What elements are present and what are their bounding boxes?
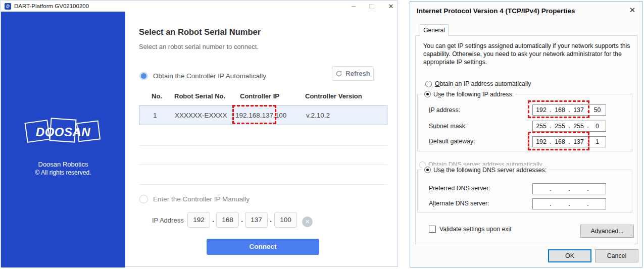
close-button[interactable]: ✕	[627, 5, 637, 15]
refresh-button[interactable]: Refresh	[332, 66, 374, 81]
preferred-dns-label: Preferred DNS server:	[429, 185, 490, 192]
ip-address-label: IP Address	[152, 217, 184, 224]
page-title: Select an Robot Serial Number	[139, 27, 261, 37]
cell-serial: XXXXXX-EXXXX	[175, 112, 227, 119]
minimize-button[interactable]: –	[349, 2, 359, 11]
radio-obtain-ip-automatically-label: Obtain an IP address automatically	[435, 80, 531, 87]
cancel-button[interactable]: Cancel	[595, 249, 638, 262]
ip-octet-2-input[interactable]	[216, 212, 239, 228]
radio-use-following-dns[interactable]	[424, 167, 431, 173]
window-title: DART-Platform GV02100200	[14, 3, 89, 9]
dart-platform-window: D DART-Platform GV02100200 – ✕ DOOSAN Do…	[1, 1, 398, 267]
ip-address-label: IP address:	[429, 106, 460, 114]
dialog-description: You can get IP settings assigned automat…	[423, 42, 631, 67]
sidebar: DOOSAN Doosan Robotics © All rights rese…	[1, 12, 125, 267]
radio-use-following-dns-label: Use the following DNS server addresses:	[433, 167, 547, 174]
tab-general[interactable]: General	[420, 24, 449, 36]
clear-ip-icon[interactable]: ✕	[302, 217, 313, 227]
subnet-mask-field[interactable]: 255.255.255.0	[532, 121, 606, 132]
radio-use-following-ip[interactable]	[424, 91, 431, 97]
cell-controller-version: v.2.10.2	[306, 112, 330, 119]
highlight-box-ip-address	[528, 100, 589, 118]
maximize-button[interactable]	[369, 4, 374, 9]
highlight-box-default-gateway	[528, 132, 589, 150]
validate-settings-checkbox[interactable]	[429, 226, 436, 233]
preferred-dns-field[interactable]: ...	[532, 183, 606, 194]
empty-row-divider	[139, 184, 387, 185]
col-header-serial: Robot Serial No.	[174, 92, 225, 100]
ip-octet-3-input[interactable]	[245, 212, 268, 228]
connect-button[interactable]: Connect	[207, 239, 319, 255]
dart-app-icon: D	[5, 3, 11, 10]
tcpip-properties-dialog: Internet Protocol Version 4 (TCP/IPv4) P…	[410, 1, 642, 267]
group-use-following-dns: Use the following DNS server addresses: …	[417, 170, 632, 212]
radio-enter-ip-manually[interactable]	[139, 195, 148, 203]
default-gateway-label: Default gateway:	[429, 138, 475, 145]
empty-row-divider	[139, 165, 387, 165]
doosan-logo: DOOSAN	[25, 117, 102, 148]
alternate-dns-field[interactable]: ...	[532, 198, 606, 209]
col-header-controller-version: Controller Version	[305, 92, 362, 100]
advanced-button[interactable]: Advanced...	[580, 225, 634, 238]
ip-dot: .	[241, 215, 243, 224]
radio-obtain-ip-auto-label: Obtain the Controller IP Automatically	[153, 72, 266, 80]
cell-no: 1	[153, 112, 157, 119]
page-subtitle: Select an robot serial number to connect…	[139, 43, 259, 50]
refresh-label: Refresh	[345, 70, 370, 77]
ip-octet-4-input[interactable]	[274, 212, 297, 228]
highlight-box-controller-ip	[232, 105, 276, 124]
alternate-dns-label: Alternate DNS server:	[429, 200, 489, 207]
validate-settings-label: Validate settings upon exit	[439, 226, 512, 233]
titlebar: D DART-Platform GV02100200 – ✕	[1, 1, 398, 12]
dialog-title: Internet Protocol Version 4 (TCP/IPv4) P…	[417, 7, 575, 15]
subnet-mask-label: Subnet mask:	[429, 123, 467, 130]
logo-wordmark: DOOSAN	[25, 125, 102, 139]
radio-obtain-ip-automatically[interactable]	[425, 81, 432, 87]
brand-name: Doosan Robotics	[1, 160, 125, 168]
copyright-text: © All rights reserved.	[1, 169, 125, 176]
col-header-controller-ip: Controller IP	[240, 92, 279, 100]
empty-row-divider	[139, 145, 387, 146]
radio-obtain-ip-auto[interactable]	[139, 72, 148, 80]
close-button[interactable]: ✕	[386, 2, 395, 11]
ip-octet-1-input[interactable]	[187, 212, 210, 228]
ip-dot: .	[212, 215, 214, 224]
col-header-no: No.	[152, 92, 162, 100]
refresh-icon	[335, 70, 342, 77]
ip-dot: .	[270, 215, 272, 224]
radio-use-following-ip-label: Use the following IP address:	[433, 91, 514, 98]
radio-enter-ip-manually-label: Enter the Controller IP Manually	[153, 195, 250, 203]
group-use-following-ip: Use the following IP address: IP address…	[417, 94, 632, 151]
ok-button[interactable]: OK	[548, 249, 591, 262]
